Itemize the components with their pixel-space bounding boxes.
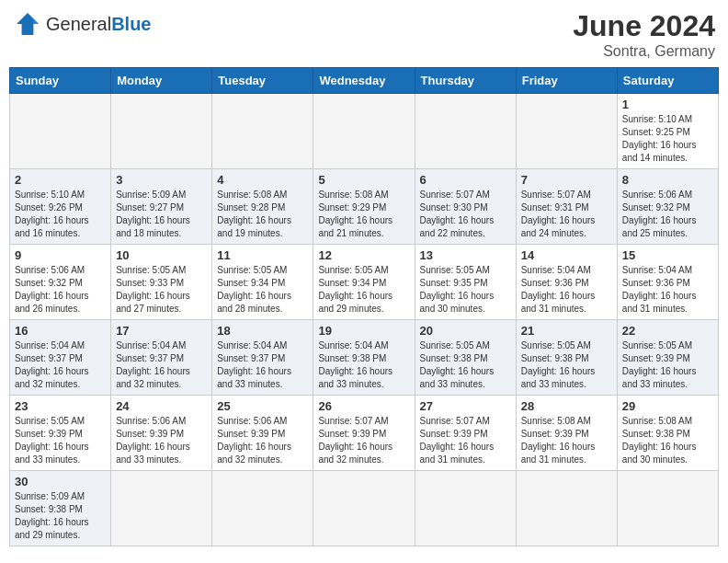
day-number: 29 bbox=[622, 399, 713, 413]
day-number: 18 bbox=[217, 324, 308, 338]
calendar-week-row: 30Sunrise: 5:09 AM Sunset: 9:38 PM Dayli… bbox=[10, 471, 719, 546]
calendar-cell: 6Sunrise: 5:07 AM Sunset: 9:30 PM Daylig… bbox=[415, 169, 516, 245]
day-info: Sunrise: 5:05 AM Sunset: 9:38 PM Dayligh… bbox=[521, 339, 612, 391]
day-info: Sunrise: 5:04 AM Sunset: 9:36 PM Dayligh… bbox=[622, 264, 713, 316]
day-number: 24 bbox=[116, 399, 207, 413]
day-number: 7 bbox=[521, 173, 612, 187]
day-of-week-tuesday: Tuesday bbox=[212, 68, 313, 94]
calendar-cell: 20Sunrise: 5:05 AM Sunset: 9:38 PM Dayli… bbox=[415, 320, 516, 396]
day-number: 16 bbox=[15, 324, 106, 338]
calendar-week-row: 1Sunrise: 5:10 AM Sunset: 9:25 PM Daylig… bbox=[10, 94, 719, 169]
month-year-title: June 2024 bbox=[573, 9, 715, 43]
calendar-cell: 17Sunrise: 5:04 AM Sunset: 9:37 PM Dayli… bbox=[111, 320, 212, 396]
calendar-cell: 30Sunrise: 5:09 AM Sunset: 9:38 PM Dayli… bbox=[10, 471, 111, 546]
day-number: 23 bbox=[15, 399, 106, 413]
calendar-cell: 21Sunrise: 5:05 AM Sunset: 9:38 PM Dayli… bbox=[516, 320, 617, 396]
logo-text: GeneralBlue bbox=[46, 14, 152, 35]
calendar-cell: 14Sunrise: 5:04 AM Sunset: 9:36 PM Dayli… bbox=[516, 245, 617, 320]
calendar-cell: 28Sunrise: 5:08 AM Sunset: 9:39 PM Dayli… bbox=[516, 396, 617, 471]
calendar-cell: 8Sunrise: 5:06 AM Sunset: 9:32 PM Daylig… bbox=[617, 169, 718, 245]
calendar-week-row: 2Sunrise: 5:10 AM Sunset: 9:26 PM Daylig… bbox=[10, 169, 719, 245]
day-info: Sunrise: 5:05 AM Sunset: 9:39 PM Dayligh… bbox=[622, 339, 713, 391]
day-number: 3 bbox=[116, 173, 207, 187]
day-info: Sunrise: 5:04 AM Sunset: 9:37 PM Dayligh… bbox=[15, 339, 106, 391]
day-of-week-monday: Monday bbox=[111, 68, 212, 94]
day-info: Sunrise: 5:06 AM Sunset: 9:32 PM Dayligh… bbox=[15, 264, 106, 316]
day-number: 26 bbox=[318, 399, 409, 413]
calendar-cell: 3Sunrise: 5:09 AM Sunset: 9:27 PM Daylig… bbox=[111, 169, 212, 245]
day-number: 13 bbox=[420, 248, 511, 262]
day-number: 9 bbox=[15, 248, 106, 262]
day-info: Sunrise: 5:08 AM Sunset: 9:29 PM Dayligh… bbox=[318, 189, 409, 240]
calendar-cell bbox=[10, 94, 111, 169]
day-number: 11 bbox=[217, 248, 308, 262]
calendar-cell: 15Sunrise: 5:04 AM Sunset: 9:36 PM Dayli… bbox=[617, 245, 718, 320]
calendar-cell: 19Sunrise: 5:04 AM Sunset: 9:38 PM Dayli… bbox=[313, 320, 415, 396]
calendar-cell bbox=[516, 471, 617, 546]
day-number: 19 bbox=[318, 324, 409, 338]
day-of-week-sunday: Sunday bbox=[10, 68, 111, 94]
day-of-week-friday: Friday bbox=[516, 68, 617, 94]
calendar-cell: 9Sunrise: 5:06 AM Sunset: 9:32 PM Daylig… bbox=[10, 245, 111, 320]
calendar-cell bbox=[313, 471, 415, 546]
calendar-cell bbox=[516, 94, 617, 169]
calendar-cell: 10Sunrise: 5:05 AM Sunset: 9:33 PM Dayli… bbox=[111, 245, 212, 320]
calendar-cell: 23Sunrise: 5:05 AM Sunset: 9:39 PM Dayli… bbox=[10, 396, 111, 471]
day-info: Sunrise: 5:05 AM Sunset: 9:34 PM Dayligh… bbox=[318, 264, 409, 316]
day-info: Sunrise: 5:04 AM Sunset: 9:36 PM Dayligh… bbox=[521, 264, 612, 316]
day-number: 5 bbox=[318, 173, 409, 187]
day-info: Sunrise: 5:08 AM Sunset: 9:39 PM Dayligh… bbox=[521, 415, 612, 466]
day-info: Sunrise: 5:07 AM Sunset: 9:39 PM Dayligh… bbox=[318, 415, 409, 466]
day-number: 8 bbox=[622, 173, 713, 187]
day-info: Sunrise: 5:05 AM Sunset: 9:35 PM Dayligh… bbox=[420, 264, 511, 316]
page-header: GeneralBlue June 2024 Sontra, Germany bbox=[9, 9, 719, 60]
calendar-cell: 27Sunrise: 5:07 AM Sunset: 9:39 PM Dayli… bbox=[415, 396, 516, 471]
day-of-week-saturday: Saturday bbox=[617, 68, 718, 94]
calendar-cell: 24Sunrise: 5:06 AM Sunset: 9:39 PM Dayli… bbox=[111, 396, 212, 471]
day-number: 30 bbox=[15, 475, 106, 488]
day-number: 10 bbox=[116, 248, 207, 262]
day-info: Sunrise: 5:07 AM Sunset: 9:31 PM Dayligh… bbox=[521, 189, 612, 240]
day-info: Sunrise: 5:06 AM Sunset: 9:32 PM Dayligh… bbox=[622, 189, 713, 240]
day-info: Sunrise: 5:10 AM Sunset: 9:26 PM Dayligh… bbox=[15, 189, 106, 240]
day-of-week-wednesday: Wednesday bbox=[313, 68, 415, 94]
day-number: 14 bbox=[521, 248, 612, 262]
day-number: 27 bbox=[420, 399, 511, 413]
calendar-cell bbox=[111, 94, 212, 169]
calendar-cell: 18Sunrise: 5:04 AM Sunset: 9:37 PM Dayli… bbox=[212, 320, 313, 396]
title-block: June 2024 Sontra, Germany bbox=[573, 9, 715, 60]
day-number: 21 bbox=[521, 324, 612, 338]
calendar-cell: 12Sunrise: 5:05 AM Sunset: 9:34 PM Dayli… bbox=[313, 245, 415, 320]
day-info: Sunrise: 5:08 AM Sunset: 9:38 PM Dayligh… bbox=[622, 415, 713, 466]
calendar-cell: 25Sunrise: 5:06 AM Sunset: 9:39 PM Dayli… bbox=[212, 396, 313, 471]
day-number: 20 bbox=[420, 324, 511, 338]
day-info: Sunrise: 5:09 AM Sunset: 9:27 PM Dayligh… bbox=[116, 189, 207, 240]
day-info: Sunrise: 5:09 AM Sunset: 9:38 PM Dayligh… bbox=[15, 490, 106, 542]
location-subtitle: Sontra, Germany bbox=[573, 43, 715, 60]
day-info: Sunrise: 5:05 AM Sunset: 9:33 PM Dayligh… bbox=[116, 264, 207, 316]
day-number: 4 bbox=[217, 173, 308, 187]
calendar-cell: 11Sunrise: 5:05 AM Sunset: 9:34 PM Dayli… bbox=[212, 245, 313, 320]
calendar-cell: 1Sunrise: 5:10 AM Sunset: 9:25 PM Daylig… bbox=[617, 94, 718, 169]
day-info: Sunrise: 5:04 AM Sunset: 9:37 PM Dayligh… bbox=[217, 339, 308, 391]
calendar-cell bbox=[415, 471, 516, 546]
calendar-cell bbox=[212, 471, 313, 546]
day-number: 28 bbox=[521, 399, 612, 413]
day-number: 6 bbox=[420, 173, 511, 187]
day-number: 1 bbox=[622, 98, 713, 111]
calendar-table: SundayMondayTuesdayWednesdayThursdayFrid… bbox=[9, 67, 719, 546]
day-info: Sunrise: 5:07 AM Sunset: 9:39 PM Dayligh… bbox=[420, 415, 511, 466]
calendar-week-row: 16Sunrise: 5:04 AM Sunset: 9:37 PM Dayli… bbox=[10, 320, 719, 396]
calendar-cell bbox=[415, 94, 516, 169]
day-info: Sunrise: 5:10 AM Sunset: 9:25 PM Dayligh… bbox=[622, 113, 713, 165]
calendar-cell: 16Sunrise: 5:04 AM Sunset: 9:37 PM Dayli… bbox=[10, 320, 111, 396]
day-info: Sunrise: 5:05 AM Sunset: 9:39 PM Dayligh… bbox=[15, 415, 106, 466]
calendar-cell: 5Sunrise: 5:08 AM Sunset: 9:29 PM Daylig… bbox=[313, 169, 415, 245]
calendar-cell bbox=[313, 94, 415, 169]
day-info: Sunrise: 5:05 AM Sunset: 9:38 PM Dayligh… bbox=[420, 339, 511, 391]
calendar-cell: 26Sunrise: 5:07 AM Sunset: 9:39 PM Dayli… bbox=[313, 396, 415, 471]
calendar-week-row: 9Sunrise: 5:06 AM Sunset: 9:32 PM Daylig… bbox=[10, 245, 719, 320]
day-number: 2 bbox=[15, 173, 106, 187]
day-info: Sunrise: 5:06 AM Sunset: 9:39 PM Dayligh… bbox=[116, 415, 207, 466]
calendar-cell: 7Sunrise: 5:07 AM Sunset: 9:31 PM Daylig… bbox=[516, 169, 617, 245]
